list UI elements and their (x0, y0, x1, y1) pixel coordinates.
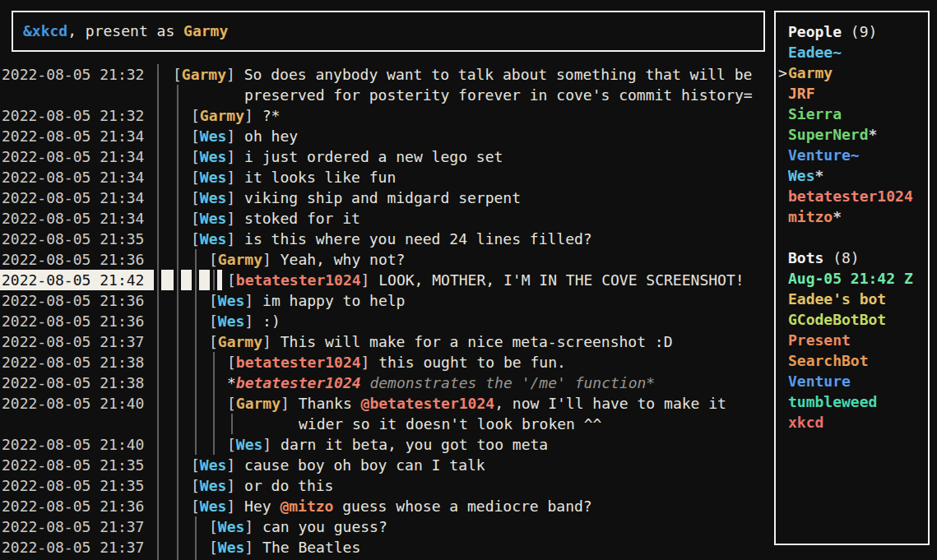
chat-message-row[interactable]: 2022-08-05 21:37[Garmy] This will make f… (0, 331, 774, 352)
bot-list-item[interactable]: Present (776, 330, 928, 350)
chat-message-row[interactable]: 2022-08-05 21:36[Garmy] Yeah, why not? (0, 249, 774, 270)
chat-message-row[interactable]: 2022-08-05 21:38[betatester1024] this ou… (0, 352, 774, 373)
bot-list-item[interactable]: xkcd (776, 412, 928, 433)
member-name: Aug-05 21:42 Z (788, 270, 913, 287)
timestamp: 2022-08-05 21:37 (2, 516, 144, 537)
timestamp: 2022-08-05 21:34 (2, 187, 144, 208)
chat-message-row[interactable]: 2022-08-05 21:38*betatester1024 demonstr… (0, 373, 774, 393)
message-text: ] (262, 333, 281, 350)
message-text: ] (262, 436, 281, 453)
chat-message-row[interactable]: 2022-08-05 21:32[Garmy] ?* (0, 105, 774, 126)
chat-message-row-selected[interactable]: 2022-08-05 21:42[betatester1024] LOOK, M… (0, 270, 774, 290)
bot-list-item[interactable]: SearchBot (776, 350, 928, 371)
chat-message-row[interactable]: 2022-08-05 21:40[Wes] darn it beta, you … (0, 434, 774, 455)
status-suffix: ~ (851, 146, 860, 164)
chat-message-row[interactable]: 2022-08-05 21:32[Garmy] So does anybody … (0, 64, 774, 85)
message-text: [ (191, 456, 200, 474)
chat-message-row[interactable]: 2022-08-05 21:35[Wes] or do this (0, 475, 774, 496)
chat-message-row[interactable]: wider so it doesn't look broken ^^ (0, 414, 774, 434)
chat-message-row[interactable]: 2022-08-05 21:34[Wes] oh hey (0, 126, 774, 146)
message: [Wes] darn it beta, you got too meta (227, 434, 548, 455)
message: [Wes] can you guess? (209, 516, 387, 537)
bot-list-item[interactable]: Aug-05 21:42 Z (776, 268, 928, 289)
message-text: ] (226, 189, 244, 206)
nick: betatester1024 (236, 354, 361, 371)
message-text: im happy to help (262, 292, 405, 309)
timestamp: 2022-08-05 21:35 (2, 455, 144, 475)
message-text: :) (262, 312, 281, 330)
user-list-item[interactable]: >Garmy (776, 62, 928, 83)
bot-list-item[interactable]: tumbleweed (776, 391, 928, 412)
highlight-strip (217, 270, 222, 290)
message: [Wes] cause boy oh boy can I talk (191, 455, 485, 475)
chat-message-row[interactable]: 2022-08-05 21:37[Wes] The Beatles (0, 537, 774, 558)
message-text: demonstrates the '/me' function* (361, 374, 656, 391)
chat-message-row[interactable]: 2022-08-05 21:34[Wes] stoked for it (0, 208, 774, 229)
timestamp: 2022-08-05 21:42 (2, 270, 144, 290)
bot-list-item[interactable]: Eadee's bot (776, 289, 928, 309)
nick: Wes (200, 127, 227, 145)
chat-message-row[interactable]: 2022-08-05 21:36[Wes] :) (0, 311, 774, 331)
message-text: ] (262, 251, 281, 268)
nick: @mitzo (280, 498, 333, 515)
message-text: * (227, 374, 236, 391)
timestamp: 2022-08-05 21:40 (2, 434, 144, 455)
chat-message-row[interactable]: 2022-08-05 21:36[Wes] im happy to help (0, 290, 774, 311)
member-name: Venture (788, 373, 851, 390)
message-text: ?* (262, 107, 281, 124)
nick: Garmy (200, 107, 244, 124)
chat-message-row[interactable]: 2022-08-05 21:34[Wes] i just ordered a n… (0, 146, 774, 167)
message-text: [ (191, 189, 200, 206)
message: [Wes] The Beatles (209, 537, 360, 558)
message-text: [ (191, 148, 200, 165)
timestamp: 2022-08-05 21:34 (2, 126, 144, 146)
message-text: viking ship and midgard serpent (244, 189, 521, 206)
user-list-item[interactable]: Eadee~ (776, 42, 928, 62)
timestamp: 2022-08-05 21:35 (2, 475, 144, 496)
user-list-item[interactable]: JRF (776, 83, 928, 104)
user-list-item[interactable]: SuperNerd* (776, 124, 928, 145)
message-text: [ (191, 230, 200, 248)
message-text: ] (226, 210, 244, 227)
section-title: People (788, 23, 842, 40)
chat-message-row[interactable]: 2022-08-05 21:34[Wes] it looks like fun (0, 167, 774, 187)
message-text: [ (209, 518, 218, 535)
bot-list-item[interactable]: Venture (776, 371, 928, 391)
message-text: ] (226, 456, 244, 474)
member-name: Venture (788, 146, 851, 164)
message-text: ] (244, 292, 262, 309)
chat-message-row[interactable]: 2022-08-05 21:35[Wes] cause boy oh boy c… (0, 455, 774, 475)
chat-message-row[interactable]: 2022-08-05 21:34[Wes] viking ship and mi… (0, 187, 774, 208)
user-list-item[interactable]: Sierra (776, 104, 928, 124)
status-suffix: ~ (833, 44, 842, 61)
chat-message-row[interactable]: 2022-08-05 21:35[Wes] is this where you … (0, 229, 774, 249)
member-name: Eadee (788, 44, 833, 61)
message: [Wes] im happy to help (209, 290, 405, 311)
chat-message-row[interactable]: 2022-08-05 21:37[Wes] can you guess? (0, 516, 774, 537)
bot-list-item[interactable]: GCodeBotBot (776, 309, 928, 330)
chat-message-row[interactable]: 2022-08-05 21:40[Garmy] Thanks @betatest… (0, 393, 774, 414)
nick: Wes (200, 230, 227, 248)
message: [Wes] is this where you need 24 lines fi… (191, 229, 592, 249)
timestamp: 2022-08-05 21:32 (2, 64, 144, 85)
user-list-item[interactable]: mitzo* (776, 206, 928, 227)
nick: Garmy (218, 251, 262, 268)
timestamp: 2022-08-05 21:38 (2, 373, 144, 393)
member-sidebar: People (9)Eadee~>GarmyJRFSierraSuperNerd… (774, 11, 930, 545)
message-text: darn it beta, you got too meta (281, 436, 548, 453)
chat-message-row[interactable]: 2022-08-05 21:36[Wes] Hey @mitzo guess w… (0, 496, 774, 516)
user-list-item[interactable]: betatester1024 (776, 186, 928, 206)
message-text: The Beatles (262, 539, 360, 556)
message-text: [ (173, 66, 182, 83)
chat-message-row[interactable]: preserved for posterity forever in cove'… (0, 85, 774, 105)
highlight-strip (161, 270, 174, 290)
timestamp: 2022-08-05 21:35 (2, 229, 144, 249)
message-text: is this where you need 24 lines filled? (244, 230, 592, 248)
member-name: Present (788, 331, 851, 349)
message: [Wes] viking ship and midgard serpent (191, 187, 521, 208)
user-list-item[interactable]: Wes* (776, 165, 928, 186)
user-list-item[interactable]: Venture~ (776, 145, 928, 165)
timestamp: 2022-08-05 21:40 (2, 393, 144, 414)
timestamp: 2022-08-05 21:34 (2, 146, 144, 167)
member-name: GCodeBotBot (788, 311, 886, 328)
